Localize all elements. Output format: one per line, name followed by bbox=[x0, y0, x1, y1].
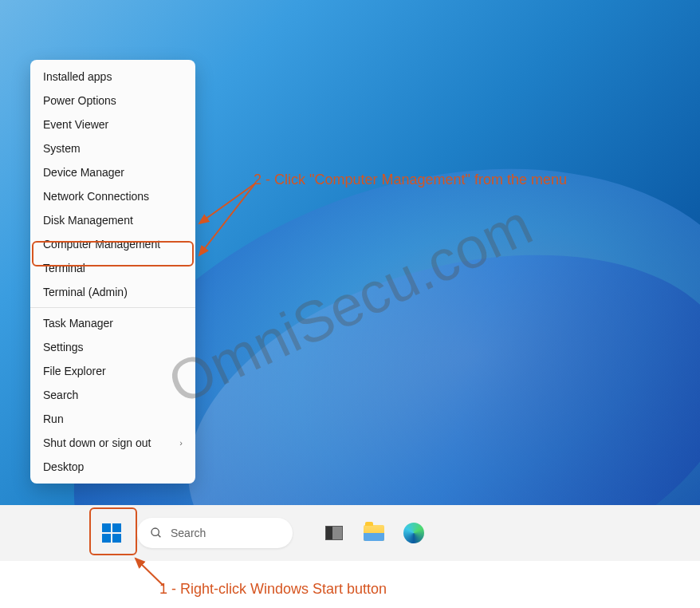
menu-item-event-viewer[interactable]: Event Viewer bbox=[30, 113, 195, 136]
menu-item-disk-management[interactable]: Disk Management bbox=[30, 208, 195, 232]
search-placeholder: Search bbox=[171, 527, 206, 539]
menu-item-system[interactable]: System bbox=[30, 136, 195, 160]
svg-point-5 bbox=[151, 528, 159, 535]
menu-item-installed-apps[interactable]: Installed apps bbox=[30, 65, 195, 89]
start-context-menu: Installed apps Power Options Event Viewe… bbox=[30, 60, 195, 484]
svg-line-6 bbox=[158, 535, 160, 537]
menu-item-search[interactable]: Search bbox=[30, 383, 195, 407]
menu-item-network-connections[interactable]: Network Connections bbox=[30, 184, 195, 208]
file-explorer-button[interactable] bbox=[358, 517, 390, 549]
edge-icon bbox=[403, 523, 424, 543]
menu-item-run[interactable]: Run bbox=[30, 407, 195, 431]
taskview-button[interactable] bbox=[318, 517, 350, 549]
taskbar-search[interactable]: Search bbox=[137, 518, 293, 548]
menu-item-shutdown[interactable]: Shut down or sign out › bbox=[30, 431, 195, 455]
start-button[interactable] bbox=[94, 515, 129, 551]
taskview-icon bbox=[325, 526, 343, 540]
windows-logo-icon bbox=[102, 523, 121, 543]
menu-item-task-manager[interactable]: Task Manager bbox=[30, 311, 195, 335]
menu-item-settings[interactable]: Settings bbox=[30, 335, 195, 359]
menu-item-terminal-admin[interactable]: Terminal (Admin) bbox=[30, 280, 195, 304]
menu-item-label: Shut down or sign out bbox=[43, 436, 151, 449]
menu-item-desktop[interactable]: Desktop bbox=[30, 455, 195, 479]
page-bottom-whitespace bbox=[0, 561, 700, 608]
folder-icon bbox=[364, 525, 384, 541]
edge-button[interactable] bbox=[398, 517, 430, 549]
search-icon bbox=[150, 527, 163, 539]
chevron-right-icon: › bbox=[179, 438, 183, 448]
menu-item-device-manager[interactable]: Device Manager bbox=[30, 160, 195, 184]
taskbar: Search bbox=[0, 505, 700, 561]
menu-item-terminal[interactable]: Terminal bbox=[30, 256, 195, 280]
menu-item-power-options[interactable]: Power Options bbox=[30, 89, 195, 113]
menu-item-computer-management[interactable]: Computer Management bbox=[30, 232, 195, 256]
menu-separator bbox=[30, 307, 195, 308]
menu-item-file-explorer[interactable]: File Explorer bbox=[30, 359, 195, 383]
